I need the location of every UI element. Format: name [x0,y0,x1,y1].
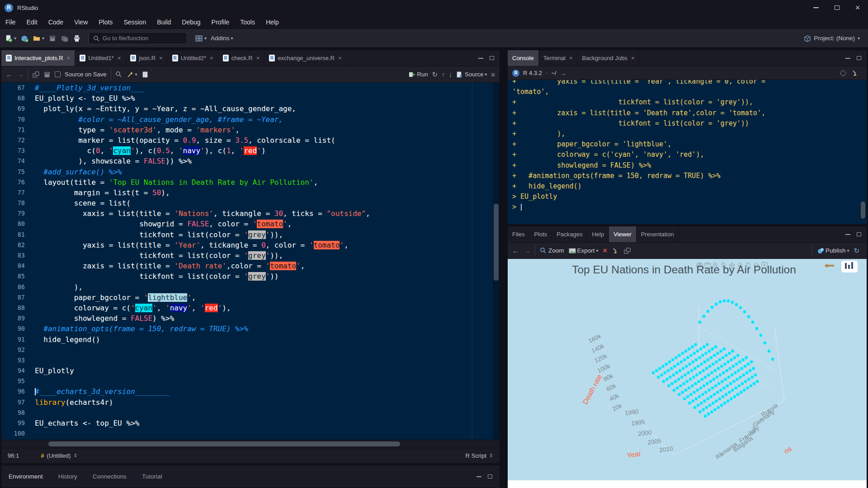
refresh-icon[interactable]: ↻ [854,247,859,255]
show-in-new-window-icon[interactable] [623,247,631,254]
menu-edit[interactable]: Edit [21,15,43,28]
menu-plots[interactable]: Plots [93,15,118,28]
new-file-button[interactable]: ▾ [5,34,16,42]
tab-plots[interactable]: Plots [529,226,552,242]
viewer-overlay-buttons[interactable] [824,261,858,272]
tab-presentation[interactable]: Presentation [637,226,679,242]
back-icon[interactable]: ← [6,70,13,78]
tab-help[interactable]: Help [587,226,609,242]
close-tab-icon[interactable]: × [338,55,342,61]
tab-interactive-plots[interactable]: R Interactive_plots.R × [1,50,75,66]
new-project-button[interactable] [20,34,28,42]
close-tab-icon[interactable]: × [256,55,260,61]
save-file-icon[interactable] [43,71,51,78]
save-button[interactable] [48,34,57,42]
minimize-pane-icon[interactable] [478,58,483,59]
tab-environment[interactable]: Environment [9,473,43,480]
close-tab-icon[interactable]: × [569,55,573,61]
publish-button[interactable]: Publish ▾ [817,247,849,254]
close-tab-icon[interactable]: × [67,55,71,61]
remove-plot-icon[interactable]: × [603,247,607,255]
menu-profile[interactable]: Profile [206,15,235,28]
previous-chunk-icon[interactable]: ↑ [442,71,445,78]
suspend-session-icon[interactable] [840,70,846,76]
clear-all-plots-icon[interactable] [612,247,619,254]
compile-report-icon[interactable] [142,71,149,78]
run-button[interactable]: Run [409,71,428,78]
minimize-button[interactable] [806,0,826,15]
forward-icon[interactable]: → [17,70,24,78]
menu-build[interactable]: Build [151,15,176,28]
tab-console[interactable]: Console [508,50,539,66]
console-output[interactable]: + yaxis = list(title = 'Year', tickangle… [508,80,867,224]
menu-help[interactable]: Help [260,15,284,28]
close-tab-icon[interactable]: × [210,55,213,61]
clear-console-icon[interactable] [851,70,859,77]
next-chunk-icon[interactable]: ↓ [449,71,452,78]
r-version-label[interactable]: R 4.3.2 [523,70,542,76]
open-new-window-icon[interactable] [32,71,39,78]
find-icon[interactable] [115,71,123,78]
menu-tools[interactable]: Tools [235,15,260,28]
tab-terminal[interactable]: Terminal× [539,50,578,66]
section-navigator[interactable]: # (Untitled) ⇕ [41,452,77,459]
minimize-pane-icon[interactable] [845,234,850,235]
tab-json[interactable]: R json.R × [126,50,167,66]
run-icon [409,71,416,78]
rerun-icon[interactable]: ↻ [432,70,438,79]
tab-untitled1[interactable]: R Untitled1* × [75,50,126,66]
tab-exchange-universe[interactable]: R exchange_universe.R × [264,50,346,66]
editor-vertical-scrollbar[interactable] [493,83,500,440]
viewer-content[interactable]: Top EU Nations in Death Rate by Air Poll… [508,259,867,488]
close-tab-icon[interactable]: × [159,55,163,61]
tab-packages[interactable]: Packages [552,226,587,242]
addins-button[interactable]: Addins ▾ [211,35,233,42]
console-scrollbar-thumb[interactable] [861,202,865,219]
zoom-button[interactable]: Zoom [540,247,564,254]
tab-connections[interactable]: Connections [93,473,127,480]
tab-history[interactable]: History [58,473,77,480]
tab-untitled2[interactable]: R Untitled2* × [168,50,218,66]
scrollbar-thumb[interactable] [48,441,400,446]
goto-file-input[interactable]: Go to file/function [89,32,187,44]
tab-check[interactable]: R check.R × [218,50,265,66]
open-file-button[interactable]: ▾ [33,34,44,42]
close-tab-icon[interactable]: × [631,55,635,61]
maximize-pane-icon[interactable] [857,232,861,236]
menu-debug[interactable]: Debug [176,15,206,28]
file-type-selector[interactable]: R Script ⇕ [466,452,493,459]
back-icon[interactable]: ← [512,247,519,254]
code-editor[interactable]: 67#____Plotly_3d_version___68EU_plotly <… [1,83,500,440]
menu-file[interactable]: File [0,15,21,28]
close-button[interactable]: × [847,0,868,15]
maximize-pane-icon[interactable] [488,474,492,479]
tab-files[interactable]: Files [508,226,529,242]
source-on-save-checkbox[interactable] [55,71,61,77]
menu-code[interactable]: Code [43,15,69,28]
source-button[interactable]: Source ▾ [456,71,487,78]
editor-horizontal-scrollbar[interactable] [1,440,500,448]
minimize-pane-icon[interactable] [476,476,481,477]
goto-directory-icon[interactable]: → [560,70,566,77]
print-button[interactable] [73,34,81,42]
collapse-arrow-icon[interactable] [824,263,834,268]
maximize-pane-icon[interactable] [490,56,494,60]
tab-tutorial[interactable]: Tutorial [142,473,162,480]
maximize-pane-icon[interactable] [857,56,861,60]
tab-background-jobs[interactable]: Background Jobs× [577,50,639,66]
menu-view[interactable]: View [69,15,93,28]
export-button[interactable]: Export ▾ [569,247,599,254]
scrollbar-thumb[interactable] [494,204,499,281]
close-tab-icon[interactable]: × [118,55,121,61]
maximize-button[interactable] [826,0,847,15]
code-tools-button[interactable]: ▾ [127,71,137,78]
pane-layout-button[interactable]: ▾ [195,34,207,42]
plotly-3d-scatter[interactable]: Top EU Nations in Death Rate by Air Poll… [508,259,868,480]
project-menu-button[interactable]: Project: (None) ▾ [804,35,863,42]
document-outline-icon[interactable]: ≡ [491,70,495,78]
save-all-button[interactable] [61,34,69,42]
tab-viewer[interactable]: Viewer [609,226,637,242]
menu-session[interactable]: Session [118,15,151,28]
minimize-pane-icon[interactable] [845,58,850,59]
forward-icon[interactable]: → [524,247,530,254]
